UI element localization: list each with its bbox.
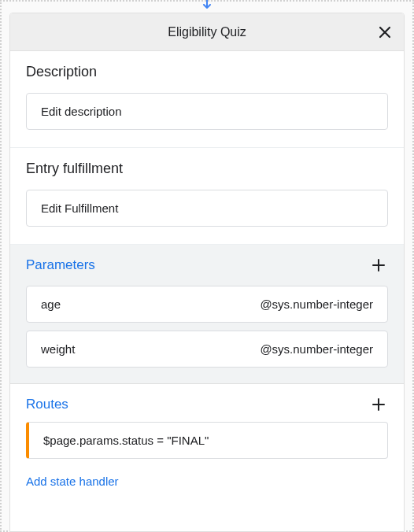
close-button[interactable] bbox=[375, 23, 394, 42]
parameters-title[interactable]: Parameters bbox=[26, 257, 95, 273]
route-condition: $page.params.status = "FINAL" bbox=[43, 434, 209, 447]
plus-icon bbox=[371, 397, 386, 412]
description-title: Description bbox=[26, 64, 388, 80]
description-section: Description Edit description bbox=[10, 51, 404, 148]
edit-fulfillment-button[interactable]: Edit Fulfillment bbox=[26, 190, 388, 227]
parameter-row[interactable]: age @sys.number-integer bbox=[26, 286, 388, 323]
parameter-row[interactable]: weight @sys.number-integer bbox=[26, 331, 388, 368]
entry-fulfillment-title: Entry fulfillment bbox=[26, 161, 388, 177]
route-row[interactable]: $page.params.status = "FINAL" bbox=[26, 422, 388, 459]
add-state-handler-section: Add state handler bbox=[10, 459, 404, 489]
add-parameter-button[interactable] bbox=[369, 256, 388, 275]
entry-fulfillment-section: Entry fulfillment Edit Fulfillment bbox=[10, 148, 404, 245]
panel-header: Eligibility Quiz bbox=[10, 13, 404, 51]
parameter-type: @sys.number-integer bbox=[260, 297, 373, 311]
parameter-name: weight bbox=[41, 342, 75, 356]
add-route-button[interactable] bbox=[369, 395, 388, 414]
parameter-name: age bbox=[41, 297, 61, 311]
page-editor-panel: Eligibility Quiz Description Edit descri… bbox=[9, 13, 405, 532]
routes-header: Routes bbox=[10, 384, 404, 422]
edit-description-button[interactable]: Edit description bbox=[26, 93, 388, 130]
arrow-down-icon bbox=[201, 0, 213, 11]
plus-icon bbox=[371, 257, 386, 273]
route-list: $page.params.status = "FINAL" bbox=[10, 422, 404, 459]
close-icon bbox=[377, 24, 393, 40]
parameter-type: @sys.number-integer bbox=[260, 342, 373, 356]
routes-title[interactable]: Routes bbox=[26, 397, 68, 412]
parameters-header: Parameters bbox=[10, 245, 404, 286]
panel-body: Description Edit description Entry fulfi… bbox=[10, 51, 404, 531]
parameters-section: Parameters age @sys.number-integer weigh… bbox=[10, 245, 404, 384]
parameter-list: age @sys.number-integer weight @sys.numb… bbox=[10, 286, 404, 383]
add-state-handler-link[interactable]: Add state handler bbox=[26, 475, 119, 488]
routes-section: Routes $page.params.status = "FINAL" Add… bbox=[10, 384, 404, 504]
panel-title: Eligibility Quiz bbox=[168, 25, 246, 39]
